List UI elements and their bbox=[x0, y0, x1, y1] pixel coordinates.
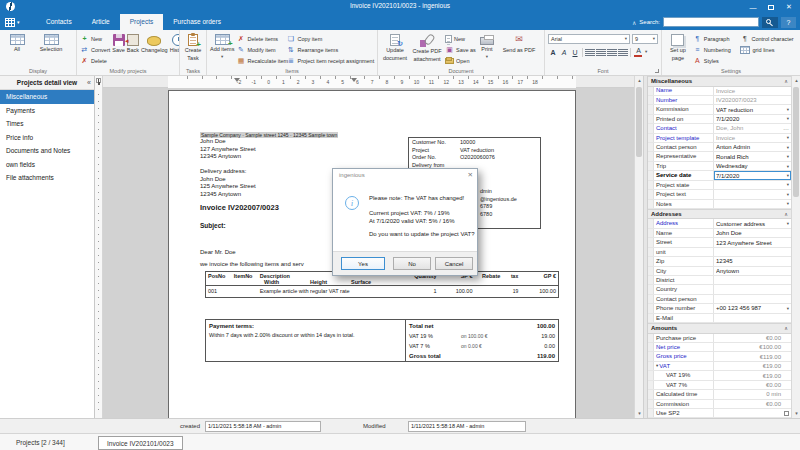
field-value-net-price[interactable]: €100.00 bbox=[714, 343, 791, 351]
field-value-commission[interactable]: €0.00 bbox=[714, 400, 791, 408]
tab-article[interactable]: Article bbox=[82, 14, 120, 30]
field-value-address[interactable]: Customer address▾ bbox=[714, 219, 791, 227]
create-task-button[interactable]: + Create Task bbox=[183, 32, 203, 66]
dropdown-caret-icon[interactable]: ▾ bbox=[787, 135, 789, 140]
modify-item-button[interactable]: ✎Modify item bbox=[236, 45, 284, 54]
close-button[interactable]: ✕ bbox=[780, 0, 798, 14]
field-value-district[interactable] bbox=[714, 276, 791, 284]
grid-lines-button[interactable]: grid lines bbox=[740, 45, 798, 54]
dropdown-caret-icon[interactable]: ▾ bbox=[787, 221, 789, 226]
field-value-name[interactable]: John Doe bbox=[714, 229, 791, 237]
scroll-up-icon[interactable]: ▴ bbox=[792, 76, 800, 85]
send-as-pdf-button[interactable]: ✉ Send as PDF bbox=[499, 32, 539, 66]
indent-marker-icon[interactable] bbox=[234, 78, 240, 82]
scroll-down-icon[interactable]: ▾ bbox=[792, 409, 800, 418]
control-character-button[interactable]: ¶Control character bbox=[740, 34, 798, 43]
checkbox[interactable] bbox=[784, 411, 789, 416]
sidebar-item-documents-and-notes[interactable]: Documents and Notes bbox=[0, 144, 94, 158]
ellipsis-button[interactable]: … bbox=[783, 126, 789, 130]
sidebar-item-own-fields[interactable]: own fields bbox=[0, 158, 94, 172]
document-scrollbar[interactable]: ▴ ▾ bbox=[634, 76, 643, 418]
paragraph-button[interactable]: ¶Paragraph bbox=[693, 34, 739, 43]
new-project-button[interactable]: +New bbox=[80, 34, 110, 43]
delete-project-button[interactable]: ✗Delete bbox=[80, 56, 110, 65]
copy-item-button[interactable]: ❏Copy item bbox=[286, 34, 375, 43]
styles-button[interactable]: AStyles bbox=[693, 56, 739, 65]
field-value-city[interactable]: Anytown bbox=[714, 267, 791, 275]
open-button[interactable]: Open bbox=[445, 56, 475, 65]
dropdown-caret-icon[interactable]: ▾ bbox=[787, 182, 789, 187]
field-value-project-text[interactable]: ▾ bbox=[714, 190, 791, 198]
dropdown-caret-icon[interactable]: ▾ bbox=[787, 173, 789, 178]
field-value-number[interactable]: IV202007/0023 bbox=[714, 96, 791, 104]
add-items-button[interactable]: + Add items ▾ bbox=[210, 32, 234, 66]
save-button[interactable]: Save bbox=[112, 32, 125, 66]
set-up-page-button[interactable]: Set up page bbox=[665, 32, 691, 66]
font-color-button[interactable]: A bbox=[633, 47, 644, 57]
collapse-ribbon-icon[interactable]: ∧ bbox=[632, 19, 636, 26]
created-value-field[interactable]: 1/11/2021 5:58:18 AM - admin bbox=[205, 421, 321, 432]
expand-icon[interactable]: ▾ bbox=[656, 362, 658, 370]
font-color-caret-icon[interactable]: ▾ bbox=[645, 50, 647, 54]
field-value-representative[interactable]: Ronald Rich▾ bbox=[714, 152, 791, 160]
align-justify-button[interactable] bbox=[618, 47, 628, 57]
all-button[interactable]: All bbox=[3, 32, 31, 66]
dialog-close-icon[interactable]: ✕ bbox=[468, 171, 473, 179]
indent-marker-icon[interactable] bbox=[351, 78, 357, 82]
panel-section-header-amounts[interactable]: Amounts∧ bbox=[648, 323, 791, 334]
search-input[interactable] bbox=[663, 17, 759, 27]
receipt-assignment-button[interactable]: ≣Project item receipt assignment bbox=[286, 56, 375, 65]
section-collapse-icon[interactable]: ∧ bbox=[784, 211, 788, 217]
changelog-button[interactable]: Changelog bbox=[141, 32, 168, 66]
field-value-kommission[interactable]: VAT reduction▾ bbox=[714, 105, 791, 113]
rearrange-items-button[interactable]: ⇅Rearrange items bbox=[286, 45, 375, 54]
no-button[interactable]: No bbox=[393, 257, 431, 270]
field-value-notes[interactable]: ▾ bbox=[714, 200, 791, 208]
panel-scrollbar[interactable]: ▴ ▾ bbox=[791, 76, 800, 418]
create-pdf-attachment-button[interactable]: Create PDF attachment bbox=[411, 32, 443, 66]
file-menu-button[interactable]: ▾ bbox=[5, 16, 29, 28]
new-document-button[interactable]: New bbox=[445, 34, 475, 43]
align-center-button[interactable] bbox=[596, 47, 606, 57]
help-button[interactable]: ? bbox=[781, 17, 796, 28]
panel-section-header-miscellaneous[interactable]: Miscellaneous∧ bbox=[648, 76, 791, 87]
scrollbar-thumb[interactable] bbox=[793, 87, 799, 197]
section-collapse-icon[interactable]: ∧ bbox=[784, 78, 788, 84]
tab-purchase-orders[interactable]: Purchase orders bbox=[163, 14, 231, 30]
yes-button[interactable]: Yes bbox=[341, 257, 385, 270]
minimize-button[interactable]: — bbox=[744, 0, 762, 14]
font-family-select[interactable]: Arial ▾ bbox=[548, 34, 630, 44]
section-collapse-icon[interactable]: ∧ bbox=[784, 325, 788, 331]
field-value-calculated-time[interactable]: 0 min bbox=[714, 390, 791, 398]
tab-stop-selector-icon[interactable] bbox=[96, 78, 101, 83]
align-left-button[interactable] bbox=[585, 47, 595, 57]
italic-button[interactable]: A bbox=[559, 47, 569, 57]
dropdown-caret-icon[interactable]: ▾ bbox=[787, 154, 789, 159]
sidebar-item-miscellaneous[interactable]: Miscellaneous bbox=[0, 90, 94, 104]
dropdown-caret-icon[interactable]: ▾ bbox=[787, 306, 789, 311]
print-button[interactable]: Print ▾ bbox=[477, 32, 497, 66]
dropdown-caret-icon[interactable]: ▾ bbox=[787, 107, 789, 112]
convert-button[interactable]: ⇄Convert bbox=[80, 45, 110, 54]
search-button[interactable] bbox=[762, 17, 778, 28]
field-value-phone-number[interactable]: +00 123 456 987▾ bbox=[714, 304, 791, 312]
tab-projects-list[interactable]: Projects [2 / 344] bbox=[8, 436, 73, 450]
back-button[interactable]: ◂ Back bbox=[127, 32, 139, 66]
scrollbar-thumb[interactable] bbox=[636, 87, 642, 157]
field-value-service-date[interactable]: 7/1/2020▾ bbox=[714, 171, 791, 179]
field-value-project-template[interactable]: Invoice▾ bbox=[714, 134, 791, 142]
field-value-country[interactable] bbox=[714, 285, 791, 293]
field-value-purchase-price[interactable]: €0.00 bbox=[714, 334, 791, 342]
dropdown-caret-icon[interactable]: ▾ bbox=[787, 192, 789, 197]
field-value-printed-on[interactable]: 7/1/2020▾ bbox=[714, 115, 791, 123]
recalculate-item-button[interactable]: ▦Recalculate item bbox=[236, 56, 284, 65]
underline-button[interactable]: U bbox=[570, 47, 580, 57]
font-size-select[interactable]: 9 ▾ bbox=[632, 34, 658, 44]
dropdown-caret-icon[interactable]: ▾ bbox=[787, 145, 789, 150]
field-value-vat[interactable]: €19.00 bbox=[714, 362, 791, 370]
tab-projects[interactable]: Projects bbox=[120, 14, 163, 30]
field-value-project-state[interactable]: ▾ bbox=[714, 181, 791, 189]
panel-section-header-addresses[interactable]: Addresses∧ bbox=[648, 209, 791, 220]
dropdown-caret-icon[interactable]: ▾ bbox=[787, 116, 789, 121]
sidebar-item-payments[interactable]: Payments bbox=[0, 104, 94, 118]
